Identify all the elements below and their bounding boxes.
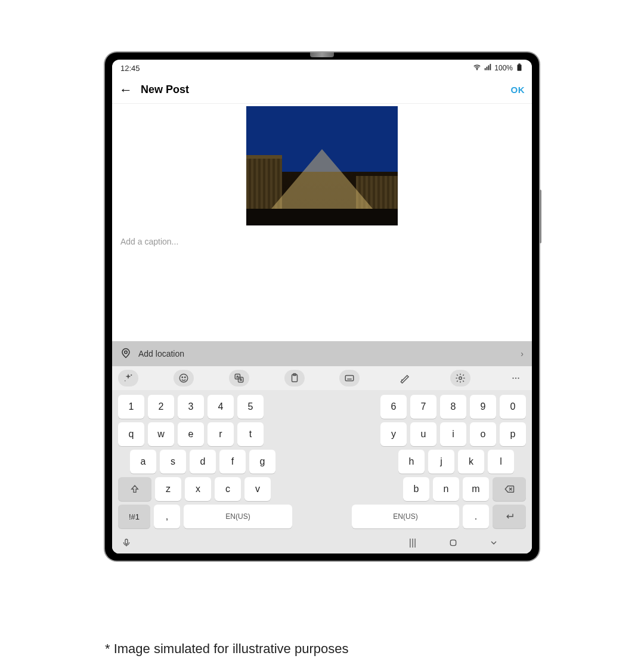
key-g[interactable]: g [249,450,275,474]
screen: 12:45 100% ← New Post OK [112,60,532,554]
key-r[interactable]: r [208,422,234,446]
svg-rect-3 [488,65,490,70]
key-a[interactable]: a [130,450,156,474]
svg-point-10 [179,374,188,382]
add-location-label: Add location [138,349,184,358]
key-3[interactable]: 3 [178,395,204,419]
backspace-key[interactable] [493,477,526,501]
key-i[interactable]: i [440,422,466,446]
disclaimer-text: * Image simulated for illustrative purpo… [105,641,348,657]
symbols-key[interactable]: !#1 [118,505,150,528]
key-j[interactable]: j [428,450,454,474]
period-key[interactable]: . [463,505,489,528]
key-6[interactable]: 6 [380,395,407,419]
svg-point-19 [512,378,513,379]
keyboard-keys: 12345 67890 qwert yuiop asdfg hjkl [112,390,532,532]
keyboard: 12345 67890 qwert yuiop asdfg hjkl [112,366,532,554]
key-s[interactable]: s [160,450,186,474]
handwriting-icon[interactable] [395,370,415,386]
app-header: ← New Post OK [112,76,532,104]
space-key-right[interactable]: EN(US) [352,505,459,528]
svg-point-9 [125,381,126,382]
key-c[interactable]: c [215,477,241,501]
key-u[interactable]: u [410,422,436,446]
key-0[interactable]: 0 [500,395,526,419]
home-nav-icon[interactable] [447,537,459,549]
key-p[interactable]: p [500,422,526,446]
device-power-button [539,190,541,243]
page-title: New Post [141,84,511,96]
location-pin-icon [120,348,131,360]
space-key-left[interactable]: EN(US) [184,505,292,528]
key-b[interactable]: b [403,477,429,501]
key-o[interactable]: o [470,422,496,446]
keyboard-toolbar [112,366,532,390]
key-f[interactable]: f [219,450,246,474]
key-q[interactable]: q [118,422,144,446]
key-4[interactable]: 4 [208,395,234,419]
emoji-icon[interactable] [174,370,194,386]
battery-icon [515,63,524,73]
svg-rect-1 [485,68,486,70]
key-x[interactable]: x [185,477,211,501]
svg-point-7 [125,351,128,354]
mic-icon[interactable] [120,537,132,549]
key-2[interactable]: 2 [148,395,174,419]
svg-rect-6 [518,63,521,64]
svg-point-12 [184,377,185,378]
svg-rect-23 [450,540,456,545]
svg-rect-4 [490,64,491,70]
svg-point-21 [518,378,519,379]
svg-rect-2 [487,66,488,70]
post-image[interactable] [246,106,398,225]
more-icon[interactable] [506,370,526,386]
enter-key[interactable] [493,505,526,528]
shift-key[interactable] [118,477,151,501]
content-area: Add location › [112,104,532,554]
svg-rect-17 [346,376,354,381]
status-bar: 12:45 100% [112,60,532,76]
device-frame: 12:45 100% ← New Post OK [105,52,539,561]
key-w[interactable]: w [148,422,174,446]
key-z[interactable]: z [155,477,181,501]
svg-rect-22 [125,539,128,544]
comma-key[interactable]: , [154,505,180,528]
key-n[interactable]: n [433,477,459,501]
recents-nav-icon[interactable]: ||| [407,537,419,549]
key-1[interactable]: 1 [118,395,144,419]
status-icons: 100% [473,63,524,73]
key-d[interactable]: d [190,450,216,474]
nav-bar: ||| [112,532,532,554]
key-v[interactable]: v [244,477,271,501]
status-time: 12:45 [120,64,140,73]
caption-input[interactable] [120,237,524,246]
svg-point-18 [459,377,462,380]
key-k[interactable]: k [458,450,484,474]
keyboard-mode-icon[interactable] [339,370,360,386]
key-8[interactable]: 8 [440,395,466,419]
key-m[interactable]: m [463,477,489,501]
key-7[interactable]: 7 [410,395,436,419]
ok-button[interactable]: OK [511,85,525,95]
key-t[interactable]: t [237,422,264,446]
signal-icon [484,63,492,73]
key-5[interactable]: 5 [237,395,264,419]
key-9[interactable]: 9 [470,395,496,419]
clipboard-icon[interactable] [284,370,305,386]
key-l[interactable]: l [488,450,514,474]
svg-point-11 [182,377,183,378]
svg-point-0 [477,69,478,69]
settings-gear-icon[interactable] [450,370,470,386]
translate-icon[interactable] [229,370,249,386]
battery-percent: 100% [494,64,513,72]
svg-point-8 [131,375,132,376]
key-y[interactable]: y [380,422,407,446]
key-e[interactable]: e [178,422,204,446]
back-nav-icon[interactable] [488,537,500,549]
ai-sparkle-icon[interactable] [118,370,138,386]
device-hinge [310,52,334,57]
add-location-row[interactable]: Add location › [112,341,532,366]
wifi-icon [473,63,481,73]
key-h[interactable]: h [398,450,425,474]
back-arrow-icon[interactable]: ← [119,82,132,98]
